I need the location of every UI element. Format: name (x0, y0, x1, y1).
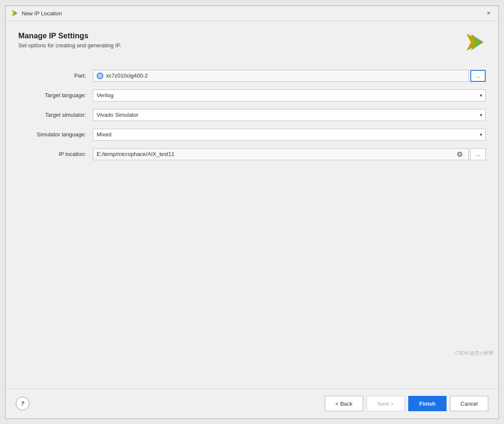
simulator-language-select[interactable]: Mixed (93, 129, 486, 141)
ip-location-control-wrapper: E:/temp/microphace/AIX_test11 ... (93, 148, 486, 160)
close-button[interactable]: × (484, 9, 493, 18)
help-button[interactable]: ? (16, 397, 29, 410)
chip-icon (97, 72, 103, 79)
vivado-icon (11, 9, 18, 17)
back-button[interactable]: < Back (325, 396, 363, 411)
form-section: Part: (18, 70, 486, 168)
title-bar-left: New IP Location (11, 9, 62, 17)
form-row-simulator-language: Simulator language: Mixed ▾ (18, 129, 486, 141)
header-section: Manage IP Settings Set options for creat… (18, 32, 486, 53)
dialog-new-ip-location: New IP Location × Manage IP Settings Set… (5, 6, 499, 419)
ip-location-input: E:/temp/microphace/AIX_test11 (93, 148, 469, 160)
next-button[interactable]: Next > (367, 396, 405, 411)
target-language-label: Target language: (18, 92, 93, 98)
part-control-wrapper: xc7z010clg400-2 ... (93, 70, 486, 82)
dialog-content: Manage IP Settings Set options for creat… (6, 21, 498, 389)
form-row-target-simulator: Target simulator: Vivado Simulator ▾ (18, 109, 486, 121)
brand-logo (464, 32, 486, 53)
target-simulator-select[interactable]: Vivado Simulator (93, 109, 486, 121)
footer-right: < Back Next > Finish Cancel (325, 396, 488, 411)
svg-rect-21 (99, 75, 101, 77)
target-simulator-dropdown-wrapper: Vivado Simulator ▾ (93, 109, 486, 121)
part-value: xc7z010clg400-2 (106, 72, 148, 79)
title-bar: New IP Location × (6, 6, 498, 21)
simulator-language-label: Simulator language: (18, 131, 93, 138)
dialog-title: New IP Location (22, 10, 62, 17)
ip-location-label: IP location: (18, 151, 93, 157)
ip-location-browse-button[interactable]: ... (470, 148, 486, 160)
target-language-dropdown-wrapper: Verilog ▾ (93, 89, 486, 101)
cancel-button[interactable]: Cancel (450, 396, 488, 411)
simulator-language-dropdown-wrapper: Mixed ▾ (93, 129, 486, 141)
finish-button[interactable]: Finish (408, 396, 447, 411)
page-subtitle: Set options for creating and generating … (18, 42, 121, 49)
watermark: CSDN @烹小鲜啊 (455, 350, 493, 356)
simulator-language-control-wrapper: Mixed ▾ (93, 129, 486, 141)
part-input: xc7z010clg400-2 (93, 70, 469, 82)
header-text: Manage IP Settings Set options for creat… (18, 32, 121, 49)
target-simulator-control-wrapper: Vivado Simulator ▾ (93, 109, 486, 121)
page-title: Manage IP Settings (18, 32, 121, 40)
form-row-part: Part: (18, 70, 486, 82)
target-language-select[interactable]: Verilog (93, 89, 486, 101)
footer: ? < Back Next > Finish Cancel (6, 389, 498, 418)
target-language-control-wrapper: Verilog ▾ (93, 89, 486, 101)
clear-icon (457, 151, 463, 157)
part-browse-button[interactable]: ... (470, 70, 486, 82)
footer-left: ? (16, 397, 29, 410)
ip-location-clear-button[interactable] (455, 149, 465, 159)
form-row-target-language: Target language: Verilog ▾ (18, 89, 486, 101)
ip-location-value: E:/temp/microphace/AIX_test11 (97, 151, 175, 157)
form-row-ip-location: IP location: E:/temp/microphace/AIX_test… (18, 148, 486, 160)
part-label: Part: (18, 72, 93, 79)
target-simulator-label: Target simulator: (18, 112, 93, 118)
